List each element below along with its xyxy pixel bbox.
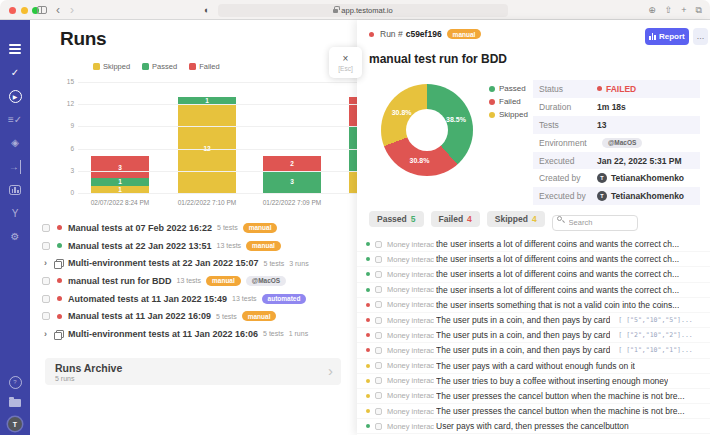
settings-gear-nav-item[interactable]: ⚙ — [0, 230, 30, 244]
donut-legend-swatch — [489, 86, 495, 92]
run-list-item[interactable]: manual test run for BDD13 testsmanual@Ma… — [30, 272, 357, 290]
test-checkbox[interactable] — [375, 271, 382, 278]
run-checkbox[interactable] — [42, 224, 50, 232]
import-nav-item[interactable]: → — [0, 160, 30, 174]
tab-failed[interactable]: Failed4 — [431, 211, 480, 227]
gridline — [78, 82, 357, 83]
test-checkbox[interactable] — [375, 377, 382, 384]
bar-segment-skipped: 1 — [91, 186, 149, 193]
run-list-item[interactable]: Manual tests at 11 Jan 2022 16:095 tests… — [30, 307, 357, 325]
test-checkbox[interactable] — [375, 362, 382, 369]
run-list-item[interactable]: ›Multi-environment tests at 11 Jan 2022 … — [30, 325, 357, 343]
user-avatar[interactable]: T — [8, 417, 22, 431]
tabs-overview-icon[interactable]: ⧉ — [696, 5, 702, 16]
runs-list: Manual tests at 07 Feb 2022 16:225 tests… — [30, 219, 357, 343]
test-checkbox[interactable] — [375, 241, 382, 248]
window-close-button[interactable] — [9, 7, 16, 14]
runs-archive-card[interactable]: Runs Archive 5 runs › — [45, 358, 341, 385]
run-title: manual test run for BDD — [369, 52, 507, 66]
suites-nav-item[interactable]: ◈ — [0, 136, 30, 150]
window-minimize-button[interactable] — [21, 7, 28, 14]
status-text: FAILED — [606, 84, 636, 94]
expand-chevron-icon[interactable]: › — [44, 329, 47, 339]
run-checkbox[interactable] — [42, 277, 50, 285]
address-bar[interactable]: app.testomat.io — [218, 4, 508, 17]
test-status-dot — [366, 333, 370, 337]
test-list-nav-item[interactable]: ≡✓ — [0, 113, 30, 127]
tab-passed[interactable]: Passed5 — [369, 211, 424, 227]
info-label: Executed — [533, 156, 597, 166]
test-suite-name: Money interac... — [387, 316, 434, 325]
close-panel-popup: × [Esc] — [329, 47, 362, 78]
bar-segment-failed: 3 — [91, 156, 149, 178]
run-list-item[interactable]: Automated tests at 11 Jan 2022 15:4913 t… — [30, 290, 357, 308]
run-title: Manual tests at 11 Jan 2022 16:09 — [68, 311, 211, 321]
run-title: Manual tests at 07 Feb 2022 16:22 — [68, 223, 212, 233]
close-icon[interactable]: × — [343, 54, 349, 64]
user-name: TetianaKhomenko — [611, 191, 684, 201]
test-list-item[interactable]: Money interac...The user puts in a coin,… — [357, 313, 710, 328]
test-checkbox[interactable] — [375, 408, 382, 415]
test-title: the user inserts a lot of different coin… — [436, 285, 679, 295]
test-checkbox[interactable] — [375, 423, 382, 430]
new-tab-icon[interactable]: + — [681, 5, 686, 15]
more-options-button[interactable]: … — [693, 28, 708, 45]
test-list-item[interactable]: Money interac...The user tries to buy a … — [357, 374, 710, 389]
run-list-item[interactable]: Manual tests at 07 Feb 2022 16:225 tests… — [30, 219, 357, 237]
runs-play-nav-item[interactable]: ▶ — [0, 89, 30, 103]
test-status-dot — [366, 318, 370, 322]
test-list-item[interactable]: Money interac...the user inserts a lot o… — [357, 283, 710, 298]
test-checkbox[interactable] — [375, 256, 382, 263]
report-button[interactable]: Report — [645, 28, 689, 45]
test-checkbox[interactable] — [375, 286, 382, 293]
test-list-item[interactable]: Money interac...the user inserts somethi… — [357, 298, 710, 313]
test-checkbox[interactable] — [375, 317, 382, 324]
expand-chevron-icon[interactable]: › — [44, 258, 47, 268]
run-status-dot — [57, 225, 62, 230]
browser-back-icon[interactable]: ‹ — [56, 1, 60, 19]
tab-skipped[interactable]: Skipped4 — [487, 211, 545, 227]
projects-folder-nav-item[interactable] — [0, 396, 30, 410]
test-checkbox[interactable] — [375, 332, 382, 339]
run-checkbox[interactable] — [42, 242, 50, 250]
tab-count: 4 — [467, 214, 472, 224]
share-icon[interactable]: ⇧ — [665, 5, 673, 15]
extension-shield-icon[interactable]: ◐ — [204, 5, 213, 15]
info-row: ExecutedJan 22, 2022 5:31 PM — [533, 152, 700, 170]
test-list-item[interactable]: Money interac...The user puts in a coin,… — [357, 328, 710, 343]
run-checkbox[interactable] — [42, 295, 50, 303]
test-list-item[interactable]: Money interac...The user presses the can… — [357, 389, 710, 404]
test-title: the user inserts a lot of different coin… — [436, 239, 679, 249]
results-check-nav-item[interactable]: ✓ — [0, 66, 30, 80]
browser-actions: ⊕⇧+⧉ — [648, 0, 702, 20]
y-axis-tick: 9 — [60, 122, 74, 129]
test-list-item[interactable]: Money interac...User pays with card, the… — [357, 419, 710, 434]
run-badge-manual: manual — [206, 276, 241, 286]
donut-legend-swatch — [489, 99, 495, 105]
test-list-item[interactable]: Money interac...The user pays with a car… — [357, 359, 710, 374]
test-list-item[interactable]: Money interac...the user inserts a lot o… — [357, 267, 710, 282]
test-suite-name: Money interac... — [387, 270, 434, 279]
browser-forward-icon[interactable]: › — [70, 1, 74, 19]
legend-label: Failed — [199, 62, 219, 71]
branches-nav-item[interactable]: Y — [0, 207, 30, 221]
run-checkbox[interactable] — [42, 312, 50, 320]
help-nav-item[interactable]: ? — [0, 375, 30, 389]
test-list-item[interactable]: Money interac...The user presses the can… — [357, 404, 710, 419]
donut-legend-label: Skipped — [499, 110, 528, 119]
analytics-nav-item[interactable] — [0, 183, 30, 197]
run-list-item[interactable]: Manual tests at 22 Jan 2022 13:5113 test… — [30, 237, 357, 255]
test-title: The user tries to buy a coffee without i… — [436, 376, 668, 386]
run-list-item[interactable]: ›Multi-environment tests at 22 Jan 2022 … — [30, 254, 357, 272]
test-checkbox[interactable] — [375, 392, 382, 399]
test-list-item[interactable]: Money interac...the user inserts a lot o… — [357, 252, 710, 267]
menu-nav-item[interactable] — [0, 42, 30, 56]
browser-sidebar-toggle-icon[interactable] — [37, 6, 47, 14]
test-list-item[interactable]: Money interac...The user puts in a coin,… — [357, 343, 710, 358]
test-checkbox[interactable] — [375, 301, 382, 308]
result-tabs: Passed5Failed4Skipped4 — [369, 211, 638, 227]
page-settings-icon[interactable]: ⊕ — [648, 5, 656, 15]
test-checkbox[interactable] — [375, 347, 382, 354]
test-list-item[interactable]: Money interac...the user inserts a lot o… — [357, 237, 710, 252]
run-status-dot — [57, 278, 62, 283]
